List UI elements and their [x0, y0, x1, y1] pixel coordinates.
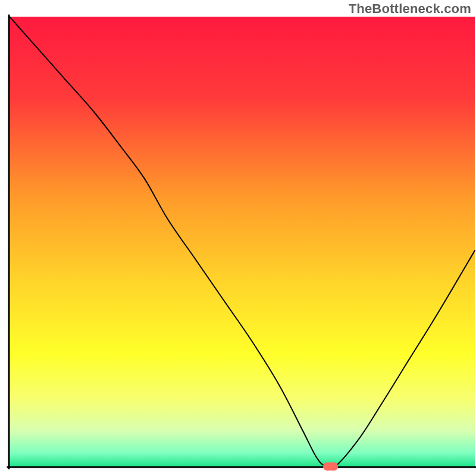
bottleneck-chart: [0, 0, 476, 476]
chart-container: TheBottleneck.com: [0, 0, 476, 476]
chart-plot-area: [10, 17, 475, 466]
watermark-text: TheBottleneck.com: [349, 1, 471, 17]
minimum-marker: [323, 462, 338, 471]
